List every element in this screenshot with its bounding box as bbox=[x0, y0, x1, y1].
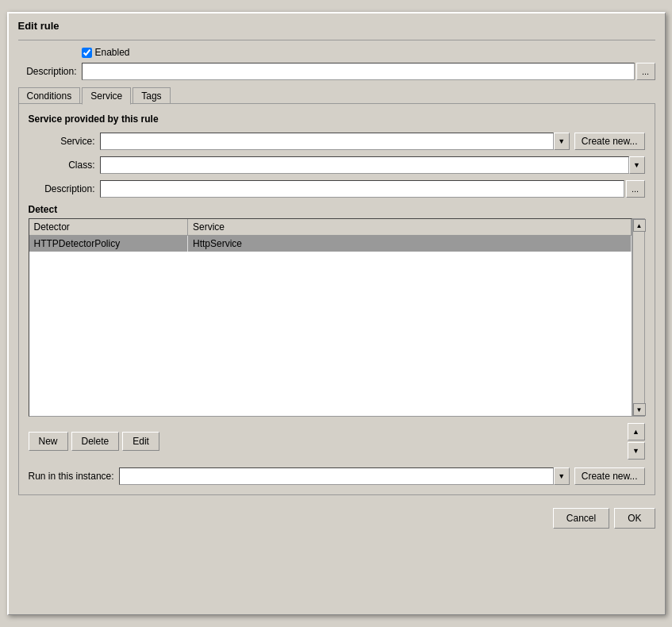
detect-scrollbar: ▲ ▼ bbox=[632, 218, 645, 417]
dialog-title: Edit rule bbox=[18, 20, 655, 32]
service-description-row: Description: ... bbox=[29, 180, 645, 198]
action-buttons-row: New Delete Edit ▲ ▼ bbox=[29, 423, 645, 460]
class-label: Class: bbox=[29, 160, 100, 171]
description-input[interactable] bbox=[82, 63, 635, 80]
col-service: Service bbox=[188, 219, 632, 236]
service-description-ellipsis-button[interactable]: ... bbox=[626, 180, 645, 198]
run-in-dropdown-icon[interactable]: ▼ bbox=[554, 467, 570, 485]
service-description-input[interactable] bbox=[100, 180, 624, 198]
detect-table: Detector Service HTTPDetectorPolicy Http… bbox=[29, 219, 632, 252]
service-row: Service: DetectorService ▼ Create new... bbox=[29, 133, 645, 150]
move-down-button[interactable]: ▼ bbox=[628, 442, 645, 460]
service-label: Service: bbox=[29, 136, 100, 147]
run-in-label: Run in this instance: bbox=[29, 471, 114, 482]
detect-table-wrapper: Detector Service HTTPDetectorPolicy Http… bbox=[29, 218, 645, 417]
row-service: HttpService bbox=[188, 236, 632, 252]
col-detector: Detector bbox=[29, 219, 188, 236]
tab-service[interactable]: Service bbox=[82, 87, 131, 105]
description-ellipsis-button[interactable]: ... bbox=[636, 63, 655, 80]
scroll-track bbox=[633, 232, 644, 403]
enabled-label: Enabled bbox=[95, 47, 130, 58]
run-create-new-button[interactable]: Create new... bbox=[574, 467, 645, 485]
run-in-row: Run in this instance: instance ▼ Create … bbox=[29, 467, 645, 485]
ok-button[interactable]: OK bbox=[614, 508, 655, 529]
class-row: Class: DetectorService ▼ bbox=[29, 156, 645, 174]
enabled-checkbox[interactable] bbox=[82, 48, 92, 58]
class-dropdown-icon[interactable]: ▼ bbox=[629, 156, 645, 174]
class-combo-wrapper: DetectorService ▼ bbox=[100, 156, 645, 174]
scroll-up-button[interactable]: ▲ bbox=[633, 219, 646, 232]
cancel-button[interactable]: Cancel bbox=[553, 508, 609, 529]
service-create-new-button[interactable]: Create new... bbox=[574, 133, 645, 150]
tab-conditions[interactable]: Conditions bbox=[18, 87, 81, 105]
run-in-input[interactable]: instance bbox=[119, 467, 554, 485]
divider bbox=[18, 40, 655, 40]
move-up-button[interactable]: ▲ bbox=[628, 423, 645, 440]
description-row: Description: ... bbox=[18, 63, 655, 80]
class-input[interactable]: DetectorService bbox=[100, 156, 629, 174]
tab-content: Service provided by this rule Service: D… bbox=[18, 103, 655, 495]
row-detector: HTTPDetectorPolicy bbox=[29, 236, 188, 252]
edit-rule-dialog: Edit rule Enabled Description: ... Condi… bbox=[7, 12, 666, 615]
detect-table-container: Detector Service HTTPDetectorPolicy Http… bbox=[29, 218, 632, 417]
service-combo-wrapper: DetectorService ▼ bbox=[100, 133, 570, 150]
new-button[interactable]: New bbox=[29, 432, 68, 451]
service-input[interactable]: DetectorService bbox=[100, 133, 554, 150]
service-description-wrapper bbox=[100, 180, 624, 198]
service-dropdown-icon[interactable]: ▼ bbox=[554, 133, 570, 150]
run-in-combo-wrapper: instance ▼ bbox=[119, 467, 570, 485]
detect-label: Detect bbox=[29, 204, 645, 215]
service-description-label: Description: bbox=[29, 183, 100, 194]
bottom-buttons: Cancel OK bbox=[18, 508, 655, 529]
table-row[interactable]: HTTPDetectorPolicy HttpService bbox=[29, 236, 632, 252]
tab-tags[interactable]: Tags bbox=[132, 87, 170, 105]
tabs-container: Conditions Service Tags bbox=[18, 87, 655, 104]
enabled-row: Enabled bbox=[82, 47, 655, 58]
delete-button[interactable]: Delete bbox=[71, 432, 120, 451]
detect-section: Detect Detector Service HTTPDetectorPoli… bbox=[29, 204, 645, 460]
edit-button[interactable]: Edit bbox=[122, 432, 159, 451]
scroll-down-button[interactable]: ▼ bbox=[633, 403, 646, 416]
service-section-title: Service provided by this rule bbox=[29, 113, 645, 125]
description-label: Description: bbox=[18, 66, 82, 77]
up-down-buttons: ▲ ▼ bbox=[628, 423, 645, 460]
